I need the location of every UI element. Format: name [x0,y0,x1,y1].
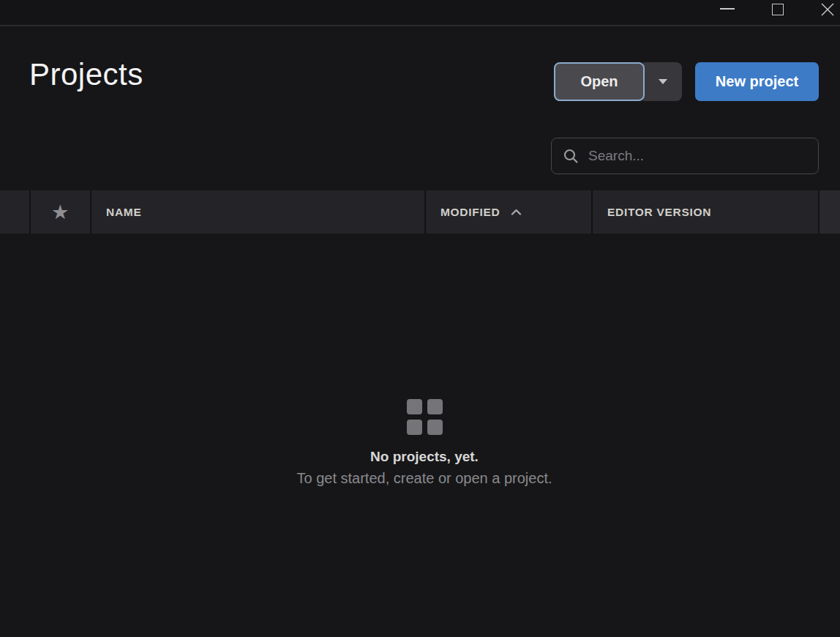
table-header-name-label: NAME [106,206,141,219]
search-icon [563,148,579,164]
titlebar [0,0,840,26]
caret-down-icon [659,79,667,84]
open-dropdown-button[interactable] [643,62,682,101]
table-header-scrollbar-gutter [820,190,840,234]
page-title: Projects [29,57,143,92]
empty-state-subtitle: To get started, create or open a project… [4,470,840,487]
search-box[interactable] [551,138,819,174]
search-input[interactable] [588,138,818,174]
table-header-modified-label: MODIFIED [440,206,500,219]
maximize-icon[interactable] [772,4,784,15]
open-button[interactable]: Open [554,62,645,101]
table-header-editor-version-label: EDITOR VERSION [607,206,711,219]
close-icon[interactable] [821,3,834,16]
table-header-spacer [0,190,29,234]
table-header-modified[interactable]: MODIFIED [426,190,591,234]
empty-state-title: No projects, yet. [4,449,840,465]
minimize-icon[interactable] [720,8,735,10]
new-project-button[interactable]: New project [695,62,819,101]
table-header-editor-version[interactable]: EDITOR VERSION [593,190,818,234]
empty-state: No projects, yet. To get started, create… [4,399,840,487]
sort-ascending-icon [511,209,522,215]
table-header-favorite[interactable]: ★ [31,190,90,234]
projects-table-header: ★ NAME MODIFIED EDITOR VERSION [0,190,840,234]
table-header-name[interactable]: NAME [91,190,424,234]
grid-icon [407,399,443,435]
star-icon: ★ [52,204,68,221]
